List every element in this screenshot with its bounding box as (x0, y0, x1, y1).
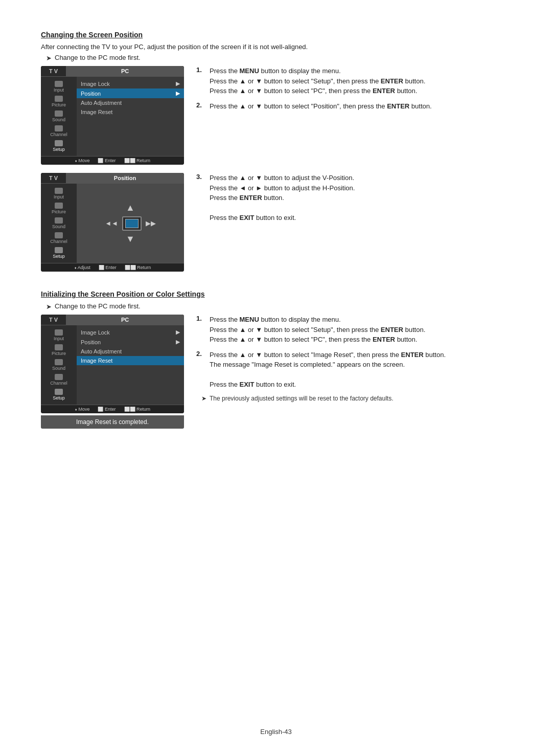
pos-sidebar-picture: Picture (41, 202, 77, 215)
section1: Changing the Screen Position After conne… (41, 31, 511, 274)
s2-menu-image-reset: Image Reset (77, 356, 184, 365)
setup-icon (55, 140, 63, 146)
sound-icon (55, 110, 63, 117)
pos-setup-icon (55, 247, 63, 253)
tv-sidebar2: Input Picture Sound (41, 325, 77, 405)
pos-sidebar-sound: Sound (41, 216, 77, 230)
page-footer: English-43 (0, 728, 552, 736)
pos-monitor-screen (125, 219, 139, 228)
tv-pos-header: T V Position (41, 173, 184, 184)
section2-steps: 1. Press the MENU button to display the … (196, 315, 511, 402)
pos-right-arrows: ▶▶ (146, 219, 156, 227)
note-arrow: ➤ (201, 395, 206, 402)
section2: Initializing the Screen Position or Colo… (41, 290, 511, 429)
pos-up-arrow: ▲ (126, 203, 135, 213)
s2-sidebar-sound: Sound (41, 358, 77, 372)
tv-footer2: ⬧ Move ⬜ Enter ⬜⬜ Return (41, 405, 184, 413)
pos-content-area: ▲ ◄◄ ▶▶ ▼ (77, 184, 184, 263)
section2-title: Initializing the Screen Position or Colo… (41, 290, 511, 298)
section2-tv-menu-wrapper: T V PC Input Picture (41, 315, 184, 429)
pc-label1: PC (66, 66, 184, 76)
sidebar-input: Input (41, 80, 77, 94)
pos-monitor (122, 216, 142, 231)
section1-subtitle: After connecting the TV to your PC, adju… (41, 43, 511, 51)
pos-sidebar-channel: Channel (41, 231, 77, 245)
s2-sidebar-input: Input (41, 328, 77, 342)
s2-input-icon (55, 329, 63, 336)
pos-down-arrow: ▼ (126, 234, 135, 244)
tv-footer1: ⬧ Move ⬜ Enter ⬜⬜ Return (41, 156, 184, 165)
s2-picture-icon (55, 344, 63, 350)
menu-auto-adjustment: Auto Adjustment (77, 98, 184, 107)
tv-pos-screen: T V Position Input Picture (41, 173, 184, 272)
tv-body1: Input Picture Sound (41, 77, 184, 156)
tv-body2: Input Picture Sound (41, 325, 184, 405)
s2-sidebar-channel: Channel (41, 373, 77, 387)
channel-icon (55, 125, 63, 131)
pos-input-icon (55, 188, 63, 194)
pos-channel-icon (55, 232, 63, 238)
sidebar-channel: Channel (41, 124, 77, 138)
tv-pos-footer: ⬧ Adjust ⬜ Enter ⬜⬜ Return (41, 263, 184, 272)
pos-left-arrows: ◄◄ (105, 219, 118, 227)
pos-controls: ▲ ◄◄ ▶▶ ▼ (105, 203, 156, 244)
pc-label2: PC (66, 315, 184, 325)
section1-arrow-note: ➤ Change to the PC mode first. (46, 54, 511, 62)
pos-sidebar-input: Input (41, 187, 77, 201)
input-icon (55, 81, 63, 87)
section1-title: Changing the Screen Position (41, 31, 511, 39)
section1-tv-screen1: T V PC Input Picture (41, 66, 184, 165)
s2-channel-icon (55, 374, 63, 380)
s2-setup-icon (55, 389, 63, 395)
pos-title-label: Position (66, 173, 184, 183)
step2-2: 2. Press the ▲ or ▼ button to select "Im… (196, 350, 511, 390)
tv-pos-body: Input Picture Sound (41, 184, 184, 263)
tv-header1: T V PC (41, 66, 184, 77)
arrow-symbol-1: ➤ (46, 54, 52, 62)
tv-header2: T V PC (41, 315, 184, 325)
pos-sound-icon (55, 217, 63, 224)
s2-sidebar-picture: Picture (41, 343, 77, 357)
tv-menu1: Image Lock▶ Position▶ Auto Adjustment Im… (77, 77, 184, 156)
section1-row2: T V Position Input Picture (41, 173, 511, 274)
tv-sidebar1: Input Picture Sound (41, 77, 77, 156)
section1-position-screen: T V Position Input Picture (41, 173, 184, 274)
step1-2: 2. Press the ▲ or ▼ button to select "Po… (196, 101, 511, 112)
section1-row1: T V PC Input Picture (41, 66, 511, 167)
s2-sound-icon (55, 359, 63, 365)
tv-pos-sidebar: Input Picture Sound (41, 184, 77, 263)
section1-tv-menu-wrapper: T V PC Input Picture (41, 66, 184, 167)
menu-image-reset: Image Reset (77, 107, 184, 117)
tv-menu2: Image Lock▶ Position▶ Auto Adjustment Im… (77, 325, 184, 405)
section2-row1: T V PC Input Picture (41, 315, 511, 429)
s2-menu-position: Position▶ (77, 337, 184, 347)
section2-arrow-note: ➤ Change to the PC mode first. (46, 302, 511, 310)
section1-steps12: 1. Press the MENU button to display the … (196, 66, 511, 116)
section2-note: ➤ The previously adjusted settings will … (201, 395, 511, 402)
tv-label2: T V (41, 315, 66, 325)
pos-sidebar-setup: Setup (41, 246, 77, 260)
tv-label1: T V (41, 66, 66, 76)
s2-menu-auto-adjustment: Auto Adjustment (77, 347, 184, 356)
step1-3: 3. Press the ▲ or ▼ button to adjust the… (196, 173, 511, 223)
picture-icon (55, 96, 63, 102)
sidebar-sound: Sound (41, 109, 77, 123)
sidebar-picture: Picture (41, 95, 77, 108)
sidebar-setup: Setup (41, 139, 77, 153)
step1-1: 1. Press the MENU button to display the … (196, 66, 511, 96)
page-container: Changing the Screen Position After conne… (0, 0, 552, 465)
section2-tv-screen: T V PC Input Picture (41, 315, 184, 413)
s2-sidebar-setup: Setup (41, 388, 77, 402)
s2-menu-image-lock: Image Lock▶ (77, 327, 184, 337)
arrow-symbol-2: ➤ (46, 303, 52, 310)
image-reset-bar: Image Reset is completed. (41, 415, 184, 429)
pos-tv-label: T V (41, 173, 66, 183)
section1-step3: 3. Press the ▲ or ▼ button to adjust the… (196, 173, 511, 228)
pos-picture-icon (55, 203, 63, 209)
menu-image-lock: Image Lock▶ (77, 79, 184, 88)
step2-1: 1. Press the MENU button to display the … (196, 315, 511, 345)
menu-position: Position▶ (77, 88, 184, 98)
